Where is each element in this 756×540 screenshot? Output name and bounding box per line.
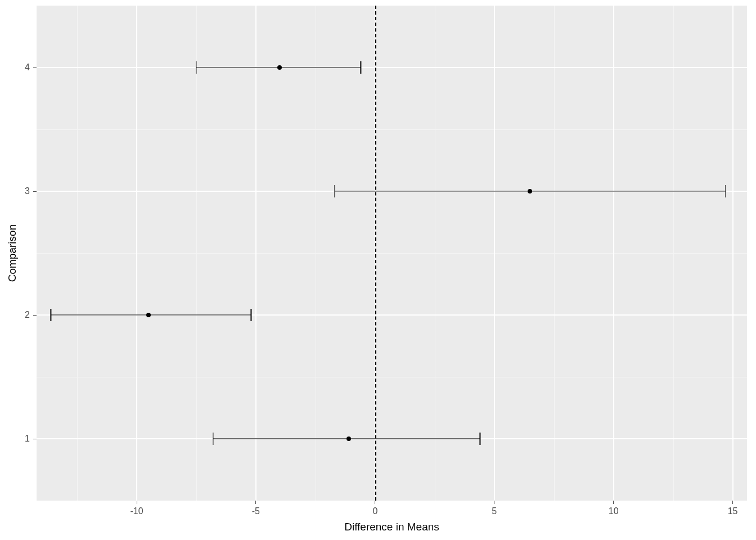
grid-major-h [37,67,747,68]
data-point [146,313,151,317]
reference-line [375,6,376,501]
errorbar-cap-high [251,309,251,321]
chart-root: Difference in Means Comparison -10-50510… [0,0,756,540]
grid-minor-h [37,377,747,377]
data-point [277,65,282,70]
x-tick [375,501,375,504]
x-tick-label: 0 [372,506,377,516]
y-axis-title: Comparison [6,224,19,282]
errorbar-cap-low [213,433,213,445]
y-tick-label: 2 [25,310,30,320]
y-tick [33,315,37,316]
y-tick [33,68,37,68]
x-tick-label: 10 [609,506,619,516]
errorbar-cap-low [334,185,335,197]
y-tick [33,439,37,439]
x-tick-label: 15 [728,506,738,516]
data-point [528,189,532,194]
grid-minor-h [37,253,747,254]
grid-major-v [732,6,734,501]
errorbar-cap-low [196,61,196,74]
x-tick [494,501,494,504]
errorbar-line [51,314,251,315]
grid-major-v [494,6,495,501]
x-tick [613,501,614,504]
x-tick [255,501,256,504]
x-tick [732,501,733,504]
grid-minor-h [37,129,747,130]
grid-major-v [255,6,256,501]
x-tick [137,501,137,504]
data-point [346,436,351,441]
x-tick-label: 5 [492,506,497,516]
y-tick [33,191,37,192]
x-axis-title: Difference in Means [344,521,439,533]
y-tick-label: 4 [25,62,30,73]
errorbar-cap-high [480,433,480,445]
errorbar-cap-high [361,61,361,74]
x-tick-label: -5 [252,506,260,516]
y-tick-label: 3 [25,186,30,196]
errorbar-cap-low [51,309,51,321]
errorbar-cap-high [725,185,726,197]
grid-major-v [613,6,614,501]
y-tick-label: 1 [25,434,30,444]
grid-major-v [136,6,137,501]
x-tick-label: -10 [130,506,143,516]
